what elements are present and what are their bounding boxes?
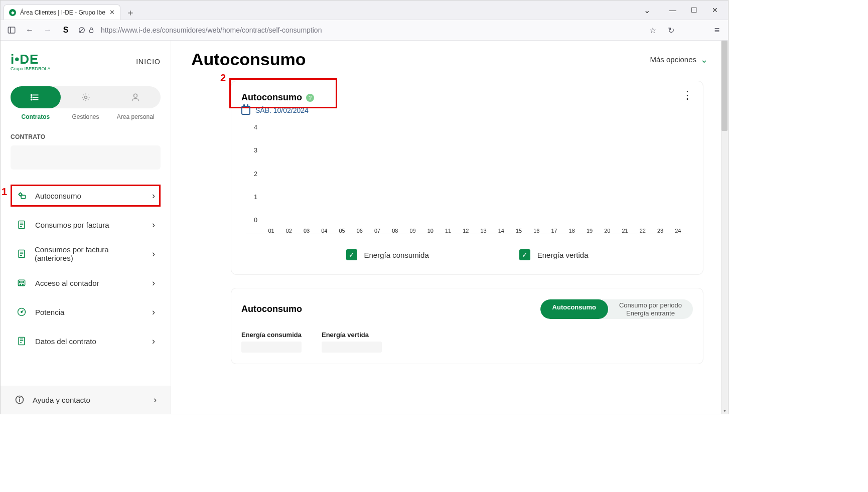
power-gauge-icon [16, 306, 27, 317]
sidebar-item-acceso-contador[interactable]: Acceso al contador › [11, 272, 161, 294]
tab-contratos-icon[interactable] [11, 86, 61, 108]
sidebar-item-consumos-factura-anteriores[interactable]: Consumos por factura (anteriores) › [11, 243, 161, 265]
sidebar-item-datos-contrato[interactable]: Datos del contrato › [11, 330, 161, 352]
summary-col-consumida: Energía consumida [241, 331, 302, 353]
legend-item-vertida[interactable]: ✓ Energía vertida [519, 249, 589, 260]
svg-point-11 [84, 96, 87, 99]
nav-forward-button: → [42, 24, 54, 36]
seg-opt-autoconsumo[interactable]: Autoconsumo [540, 299, 608, 319]
scrollbar[interactable]: ▴ ▾ [721, 41, 728, 414]
sidebar-item-label: Autoconsumo [35, 192, 81, 200]
sidebar-item-potencia[interactable]: Potencia › [11, 301, 161, 323]
minimize-button[interactable]: — [668, 6, 678, 14]
chevron-right-icon: › [152, 336, 155, 347]
svg-point-8 [31, 94, 32, 95]
window-controls: ⌄ — ☐ ✕ [642, 1, 725, 20]
autoconsumo-summary-card: Autoconsumo Autoconsumo Consumo por peri… [231, 288, 703, 364]
close-window-button[interactable]: ✕ [710, 6, 720, 14]
svg-rect-14 [21, 195, 25, 199]
card-menu-button[interactable]: ⋮ [682, 92, 693, 98]
contract-selector[interactable] [11, 145, 161, 170]
sidebar-toggle-icon[interactable] [6, 24, 18, 36]
annotation-2-box [229, 78, 337, 108]
chart-y-axis: 43210 [246, 124, 260, 224]
more-options-button[interactable]: Más opciones ⌄ [650, 54, 708, 65]
col-value-placeholder [322, 342, 382, 353]
seg-opt-periodo[interactable]: Consumo por periodo Energía entrante [608, 299, 693, 319]
main-content: Autoconsumo Más opciones ⌄ 2 Autoconsumo… [171, 41, 728, 414]
help-label: Ayuda y contacto [33, 396, 90, 404]
legend-label: Energía vertida [537, 251, 589, 259]
col-label: Energía vertida [322, 331, 382, 339]
maximize-button[interactable]: ☐ [689, 6, 699, 14]
sidebar-item-label: Consumos por factura (anteriores) [35, 245, 144, 262]
more-options-label: Más opciones [650, 55, 696, 64]
home-link[interactable]: INICIO [136, 58, 161, 66]
app-sidebar: i•DE Grupo IBERDROLA INICIO Contratos Ge… [1, 41, 171, 414]
sidebar-item-autoconsumo[interactable]: Autoconsumo › [11, 185, 161, 207]
tab-label-contratos[interactable]: Contratos [11, 113, 61, 120]
annotation-2: 2 [220, 72, 226, 84]
chart-grid [261, 124, 688, 224]
tab-label-gestiones[interactable]: Gestiones [61, 113, 111, 120]
seg-opt-line2: Energía entrante [619, 309, 682, 317]
svg-point-10 [31, 99, 32, 100]
address-bar: ← → S https://www.i-de.es/consumidores/w… [1, 20, 728, 41]
tab-gestiones-icon[interactable] [61, 86, 111, 108]
svg-rect-29 [19, 338, 25, 345]
chevron-right-icon: › [152, 191, 155, 201]
logo-main: i•DE [11, 52, 39, 67]
checkbox-checked-icon[interactable]: ✓ [346, 249, 357, 260]
nav-back-button[interactable]: ← [24, 24, 36, 36]
logo-sub: Grupo IBERDROLA [11, 66, 51, 71]
chevron-right-icon: › [152, 220, 155, 230]
col-value-placeholder [241, 342, 302, 353]
legend-item-consumida[interactable]: ✓ Energía consumida [346, 249, 429, 260]
seg-opt-line1: Consumo por periodo [619, 301, 682, 309]
sidebar-item-consumos-factura[interactable]: Consumos por factura › [11, 214, 161, 236]
svg-rect-4 [90, 30, 93, 32]
sidebar-item-label: Potencia [35, 308, 64, 316]
extension-s-icon[interactable]: S [60, 24, 72, 36]
tabs-dropdown-icon[interactable]: ⌄ [642, 6, 652, 15]
svg-point-26 [23, 284, 24, 285]
checkbox-checked-icon[interactable]: ✓ [519, 249, 530, 260]
autoconsumo-chart-card: 2 Autoconsumo ? SÁB. 10/02/2024 ⋮ [231, 81, 703, 274]
svg-rect-0 [8, 27, 15, 33]
tab-title: Área Clientes | I-DE - Grupo Ibe [20, 9, 105, 16]
contract-data-icon [16, 336, 27, 347]
app-menu-button[interactable]: ≡ [711, 24, 723, 36]
sidebar-item-label: Acceso al contador [35, 279, 99, 287]
favicon-icon: ◆ [9, 9, 16, 16]
autoconsumo-icon [16, 190, 27, 201]
summary-col-vertida: Energía vertida [322, 331, 382, 353]
new-tab-button[interactable]: ＋ [123, 6, 137, 20]
bookmark-star-icon[interactable]: ☆ [647, 24, 659, 36]
legend-label: Energía consumida [364, 251, 429, 259]
chevron-right-icon: › [154, 395, 157, 405]
brand-logo[interactable]: i•DE Grupo IBERDROLA [11, 52, 51, 71]
sidebar-mode-tabs [11, 86, 161, 108]
chevron-down-icon: ⌄ [700, 54, 708, 65]
url-text[interactable]: https://www.i-de.es/consumidores/web/hom… [101, 26, 322, 34]
close-tab-icon[interactable]: ✕ [109, 9, 115, 16]
tab-area-personal-icon[interactable] [110, 86, 161, 108]
svg-point-28 [21, 311, 23, 313]
svg-line-3 [79, 28, 84, 32]
page-title: Autoconsumo [191, 50, 306, 69]
tab-label-area-personal[interactable]: Area personal [110, 113, 161, 120]
view-mode-segmented: Autoconsumo Consumo por periodo Energía … [540, 299, 693, 319]
scroll-down-button[interactable]: ▾ [721, 407, 728, 414]
site-security[interactable] [78, 26, 95, 34]
col-label: Energía consumida [241, 331, 302, 339]
invoice-history-icon [16, 248, 27, 259]
browser-tab[interactable]: ◆ Área Clientes | I-DE - Grupo Ibe ✕ [4, 5, 120, 20]
contract-section-title: CONTRATO [11, 133, 161, 140]
svg-point-35 [19, 397, 20, 398]
chart-x-axis: 0102030405060708091011121314151617181920… [261, 228, 688, 234]
sidebar-item-label: Datos del contrato [35, 337, 96, 346]
chart-legend: ✓ Energía consumida ✓ Energía vertida [241, 249, 693, 263]
reload-button[interactable]: ↻ [665, 24, 677, 36]
sidebar-item-help[interactable]: Ayuda y contacto › [1, 386, 171, 414]
scroll-thumb[interactable] [721, 41, 728, 131]
